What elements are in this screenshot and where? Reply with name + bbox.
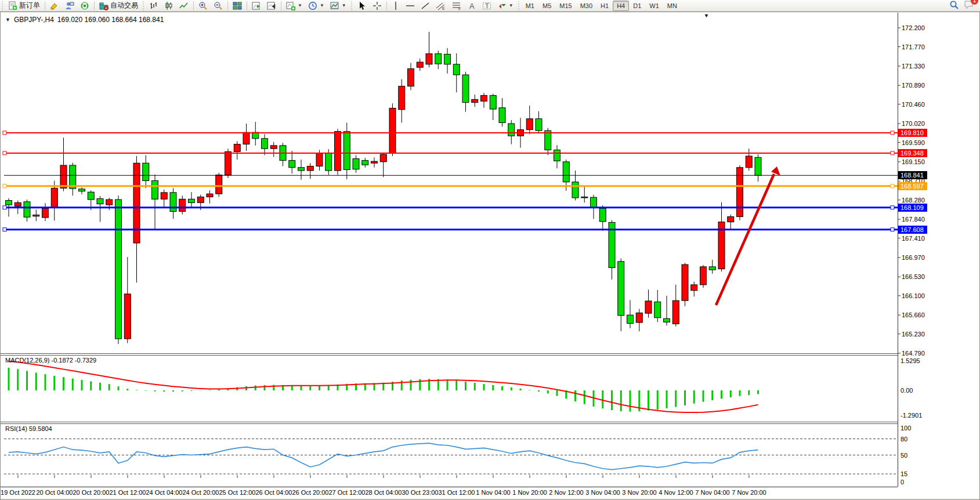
text-tool-button[interactable]: A: [465, 1, 479, 11]
rsi-indicator-label: RSI(14) 59.5804: [5, 425, 52, 432]
candle-body: [572, 182, 578, 198]
candle-body: [508, 124, 515, 136]
notifications-button[interactable]: 1: [964, 0, 974, 11]
zoom-in-icon-button[interactable]: [196, 1, 211, 11]
chart-shift-marker-icon[interactable]: ▼: [704, 13, 709, 19]
autotrading-label: 自动交易: [110, 1, 138, 10]
candle-body: [70, 165, 76, 189]
candle-body: [599, 208, 606, 222]
mt4-application: 新订单 自动交易: [0, 0, 980, 500]
candle-body: [664, 318, 670, 322]
time-axis-label: 25 Oct 12:00: [219, 489, 256, 496]
line-handle[interactable]: [891, 184, 894, 188]
timeframe-button-H1[interactable]: H1: [596, 1, 613, 11]
time-axis-label: 21 Oct 12:00: [110, 489, 146, 496]
time-axis-label: 26 Oct 04:00: [256, 489, 292, 496]
timeframe-button-MN[interactable]: MN: [663, 1, 681, 11]
timeframe-button-M15[interactable]: M15: [555, 1, 576, 11]
candle-body: [152, 180, 158, 199]
trendline-tool-button[interactable]: [418, 1, 433, 11]
arrows-dropdown-button[interactable]: ▼: [494, 1, 516, 11]
template-dropdown-button[interactable]: ▼: [327, 1, 349, 11]
candle-body: [645, 301, 652, 313]
timeframe-button-D1[interactable]: D1: [629, 1, 645, 11]
toolbar-separator: [386, 1, 387, 10]
candle-body: [618, 262, 624, 316]
market-depth-icon-button[interactable]: [62, 1, 77, 11]
line-handle[interactable]: [3, 131, 6, 135]
time-axis-label: 1 Nov 20:00: [512, 489, 547, 496]
timeframes-clock-dropdown-button[interactable]: ▼: [305, 1, 327, 11]
toolbar-grip[interactable]: [350, 1, 353, 10]
timeframe-button-W1[interactable]: W1: [645, 1, 663, 11]
crosshair-tool-button[interactable]: [370, 1, 385, 11]
scroll-to-end-icon-button[interactable]: [249, 1, 264, 11]
candle-body: [672, 300, 679, 324]
panel-separator[interactable]: [1, 355, 898, 356]
toolbar-grip[interactable]: [518, 1, 520, 10]
price-tick-label: 166.530: [902, 273, 925, 280]
toolbar-separator: [193, 1, 194, 10]
candle-body: [88, 192, 94, 200]
search-icon[interactable]: [949, 0, 959, 12]
line-handle[interactable]: [891, 206, 894, 209]
toolbar-separator: [45, 1, 45, 10]
timeframe-button-M30[interactable]: M30: [576, 1, 596, 11]
candle-body: [408, 68, 414, 86]
chart-shift-icon-button[interactable]: [264, 1, 279, 11]
horizontal-line-tool-button[interactable]: [403, 1, 418, 11]
brush-icon-button[interactable]: [47, 1, 62, 11]
rsi-axis-label: 0: [901, 479, 904, 485]
fibonacci-tool-button[interactable]: F: [449, 1, 465, 11]
equidistant-channel-tool-button[interactable]: E: [433, 1, 449, 11]
line-handle[interactable]: [891, 228, 894, 231]
level-price-label: 167.608: [898, 226, 927, 234]
panel-separator[interactable]: [1, 353, 898, 354]
timeframe-button-H4[interactable]: H4: [613, 1, 629, 11]
panel-separator[interactable]: [1, 422, 898, 422]
price-tick-label: 170.890: [902, 82, 925, 89]
line-handle[interactable]: [3, 184, 6, 188]
candle-body: [636, 313, 642, 323]
timeframe-button-M1[interactable]: M1: [522, 1, 538, 11]
line-handle[interactable]: [3, 228, 6, 231]
bar-chart-icon-button[interactable]: [146, 1, 161, 11]
rsi-axis-label: 100: [901, 425, 911, 432]
candle-body: [417, 62, 423, 67]
text-label-tool-button[interactable]: T: [479, 1, 494, 11]
timeframe-button-M5[interactable]: M5: [538, 1, 555, 11]
new-order-button[interactable]: 新订单: [5, 1, 43, 11]
new-chart-dropdown-button[interactable]: ▼: [283, 1, 305, 11]
candle-body: [399, 86, 405, 110]
candle-body: [755, 157, 761, 175]
toolbar-separator: [227, 1, 228, 10]
candle-body: [316, 153, 323, 166]
candle-body: [353, 159, 359, 169]
candle-body: [115, 200, 122, 339]
price-tick-label: 169.150: [902, 158, 925, 165]
candle-body: [444, 54, 451, 64]
rsi-axis-label: 15: [901, 470, 907, 477]
collapse-triangle-icon[interactable]: ▼: [5, 17, 10, 23]
signal-icon-button[interactable]: [77, 1, 92, 11]
tile-windows-icon-button[interactable]: [230, 1, 245, 11]
time-axis-label: 20 Oct 20:00: [73, 489, 110, 496]
toolbar-grip[interactable]: [1, 1, 4, 10]
candle-body: [746, 156, 752, 168]
candle-body: [79, 189, 85, 191]
cursor-tool-button[interactable]: [355, 1, 370, 11]
candle-body: [591, 197, 597, 208]
toolbar-grip[interactable]: [142, 1, 145, 10]
line-handle[interactable]: [891, 131, 894, 135]
line-handle[interactable]: [3, 206, 6, 209]
vertical-line-tool-button[interactable]: [389, 1, 403, 11]
panel-separator[interactable]: [1, 423, 898, 424]
chart-plot[interactable]: [1, 12, 980, 499]
zoom-out-icon-button[interactable]: [211, 1, 226, 11]
line-handle[interactable]: [891, 151, 894, 155]
candle-body: [554, 150, 560, 161]
line-chart-icon-button[interactable]: [176, 1, 191, 11]
candlestick-chart-icon-button[interactable]: [161, 1, 176, 11]
autotrading-button[interactable]: 自动交易: [96, 1, 141, 11]
line-handle[interactable]: [3, 151, 6, 155]
